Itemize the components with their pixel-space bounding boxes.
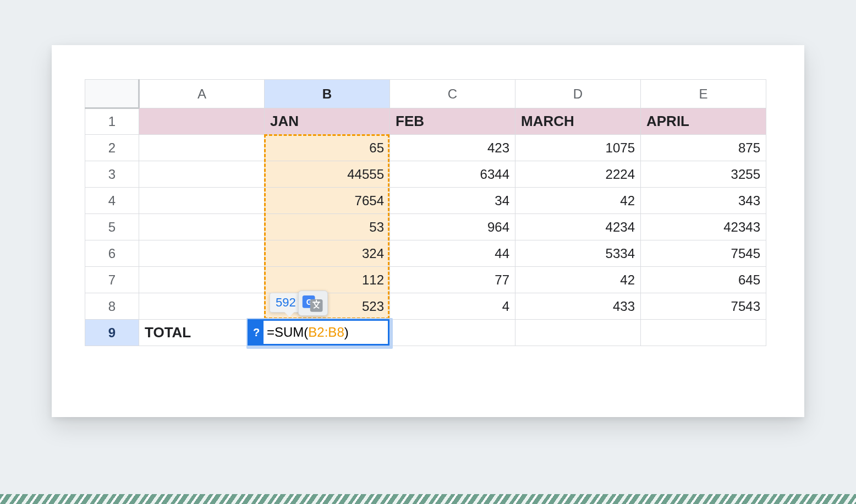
spreadsheet-grid[interactable]: A B C D E 1 JAN FEB MARCH APRIL 2 65 423… — [85, 79, 764, 386]
cell-c3[interactable]: 6344 — [390, 161, 515, 188]
row-header-4[interactable]: 4 — [85, 188, 139, 214]
row-header-3[interactable]: 3 — [85, 161, 139, 188]
cell-c9[interactable] — [390, 320, 515, 346]
cell-c8[interactable]: 4 — [390, 293, 515, 320]
cell-d9[interactable] — [515, 320, 641, 346]
formula-prefix: =SUM( — [267, 325, 308, 339]
row-header-5[interactable]: 5 — [85, 214, 139, 240]
cell-d5[interactable]: 4234 — [515, 214, 641, 240]
cell-e4[interactable]: 343 — [641, 188, 766, 214]
cell-e6[interactable]: 7545 — [641, 240, 766, 267]
cell-e1[interactable]: APRIL — [641, 108, 766, 135]
cell-a8[interactable] — [139, 293, 265, 320]
formula-text[interactable]: =SUM(B2:B8) — [264, 325, 349, 340]
column-header-b[interactable]: B — [265, 80, 390, 108]
row-header-6[interactable]: 6 — [85, 240, 139, 267]
cell-a6[interactable] — [139, 240, 265, 267]
column-header-a[interactable]: A — [139, 80, 265, 108]
cell-b7[interactable]: 112 — [265, 267, 390, 293]
cell-e2[interactable]: 875 — [641, 135, 766, 161]
cell-b3[interactable]: 44555 — [265, 161, 390, 188]
cell-d8[interactable]: 433 — [515, 293, 641, 320]
cell-b4[interactable]: 7654 — [265, 188, 390, 214]
row-header-7[interactable]: 7 — [85, 267, 139, 293]
formula-preview-tooltip: 592 — [270, 293, 302, 313]
cell-e3[interactable]: 3255 — [641, 161, 766, 188]
cell-d4[interactable]: 42 — [515, 188, 641, 214]
cell-c5[interactable]: 964 — [390, 214, 515, 240]
column-header-d[interactable]: D — [515, 80, 641, 108]
cell-b6[interactable]: 324 — [265, 240, 390, 267]
cell-a3[interactable] — [139, 161, 265, 188]
cell-c2[interactable]: 423 — [390, 135, 515, 161]
cell-e9[interactable] — [641, 320, 766, 346]
cell-b2[interactable]: 65 — [265, 135, 390, 161]
cell-d1[interactable]: MARCH — [515, 108, 641, 135]
cell-d2[interactable]: 1075 — [515, 135, 641, 161]
cell-a1[interactable] — [139, 108, 265, 135]
cell-a9[interactable]: TOTAL — [139, 320, 265, 346]
formula-editor[interactable]: ? =SUM(B2:B8) — [248, 319, 389, 346]
formula-suffix: ) — [344, 325, 349, 339]
cell-a2[interactable] — [139, 135, 265, 161]
cell-c4[interactable]: 34 — [390, 188, 515, 214]
cell-c1[interactable]: FEB — [390, 108, 515, 135]
cell-d3[interactable]: 2224 — [515, 161, 641, 188]
formula-preview-value: 592 — [276, 295, 296, 309]
cell-d6[interactable]: 5334 — [515, 240, 641, 267]
decorative-bottom-stripe — [0, 494, 856, 504]
cell-d7[interactable]: 42 — [515, 267, 641, 293]
cell-a5[interactable] — [139, 214, 265, 240]
cell-c7[interactable]: 77 — [390, 267, 515, 293]
formula-range: B2:B8 — [308, 325, 344, 339]
cell-b5[interactable]: 53 — [265, 214, 390, 240]
cell-c6[interactable]: 44 — [390, 240, 515, 267]
cell-a4[interactable] — [139, 188, 265, 214]
cell-e7[interactable]: 645 — [641, 267, 766, 293]
cell-e8[interactable]: 7543 — [641, 293, 766, 320]
row-header-2[interactable]: 2 — [85, 135, 139, 161]
row-header-9[interactable]: 9 — [85, 320, 139, 346]
row-header-8[interactable]: 8 — [85, 293, 139, 320]
cell-a7[interactable] — [139, 267, 265, 293]
formula-help-button[interactable]: ? — [249, 321, 264, 344]
select-all-corner[interactable] — [85, 80, 139, 108]
cell-e5[interactable]: 42343 — [641, 214, 766, 240]
column-header-c[interactable]: C — [390, 80, 515, 108]
spreadsheet-card: A B C D E 1 JAN FEB MARCH APRIL 2 65 423… — [52, 45, 804, 417]
row-header-1[interactable]: 1 — [85, 108, 139, 135]
column-header-e[interactable]: E — [641, 80, 766, 108]
google-translate-icon[interactable]: G — [298, 291, 328, 316]
cell-b1[interactable]: JAN — [265, 108, 390, 135]
